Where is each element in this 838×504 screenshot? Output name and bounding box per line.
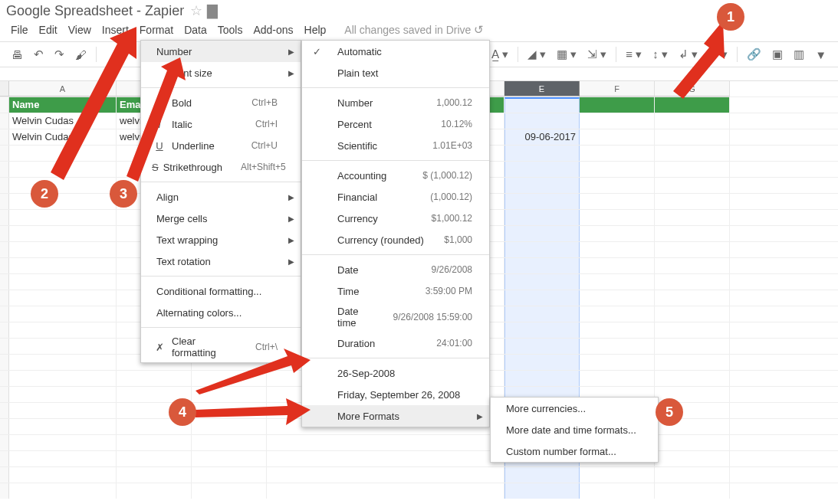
cell[interactable] [9,258,117,273]
number-scientific[interactable]: Scientific 1.01E+03 [302,135,489,156]
cell[interactable] [504,483,580,499]
cell[interactable] [9,306,117,322]
cell[interactable] [655,178,730,193]
cell[interactable] [504,339,580,354]
cell[interactable] [655,483,730,499]
number-more-formats[interactable]: More Formats ▶ [302,405,489,427]
cell[interactable] [192,435,267,450]
row-header[interactable] [0,178,9,193]
undo-icon[interactable]: ↶ [34,47,44,61]
cell[interactable] [580,274,655,290]
merge-icon[interactable]: ⇲ ▾ [587,47,606,61]
number-custom2[interactable]: Friday, September 26, 2008 [302,384,489,405]
cell[interactable] [655,113,730,129]
cell[interactable] [267,451,504,466]
cell[interactable] [655,306,730,322]
cell[interactable] [580,258,655,273]
cell[interactable] [655,467,730,483]
menu-format[interactable]: Format [140,24,173,36]
star-icon[interactable]: ☆ [190,2,202,19]
number-plain[interactable]: Plain text [302,62,489,83]
number-custom1[interactable]: 26-Sep-2008 [302,362,489,384]
menu-tools[interactable]: Tools [218,24,243,36]
cell[interactable] [655,371,730,386]
cell[interactable] [580,483,655,499]
cell[interactable] [9,242,117,257]
format-conditional[interactable]: Conditional formatting... [141,280,301,302]
more-currencies[interactable]: More currencies... [491,398,658,419]
cell[interactable] [117,435,192,450]
cell[interactable]: 09-06-2017 [504,129,580,145]
row-header[interactable] [0,210,9,225]
cell[interactable] [9,194,117,209]
menu-addons[interactable]: Add-ons [253,24,293,36]
cell[interactable] [9,451,117,466]
cell[interactable] [580,129,655,145]
number-time[interactable]: Time 3:59:00 PM [302,280,489,302]
cell[interactable] [580,306,655,322]
cell[interactable] [655,226,730,241]
row-header[interactable] [0,226,9,241]
cell[interactable] [504,322,580,338]
cell[interactable] [9,226,117,241]
cell[interactable] [655,146,730,161]
row-header[interactable] [0,129,9,145]
comment-icon[interactable]: ▣ [772,47,783,61]
format-wrap[interactable]: Text wrapping ▶ [141,229,301,250]
cell[interactable] [9,274,117,290]
row-header[interactable] [0,146,9,161]
cell[interactable] [655,451,730,466]
number-financial[interactable]: Financial (1,000.12) [302,186,489,208]
cell[interactable] [504,226,580,241]
cell[interactable] [504,242,580,257]
more-date-time[interactable]: More date and time formats... [491,419,658,440]
select-all-corner[interactable] [0,81,9,97]
cell[interactable] [580,113,655,129]
number-accounting[interactable]: Accounting $ (1,000.12) [302,165,489,186]
number-currency-rounded[interactable]: Currency (rounded) $1,000 [302,229,489,250]
cell[interactable] [504,355,580,370]
row-header[interactable] [0,451,9,466]
menu-help[interactable]: Help [304,24,327,36]
fill-color-icon[interactable]: ◢ ▾ [527,47,546,61]
cell[interactable] [655,162,730,177]
filter-icon[interactable]: ▼ [815,48,826,61]
cell[interactable] [267,467,504,483]
cell[interactable] [655,355,730,370]
cell[interactable] [655,194,730,209]
cell[interactable] [580,467,655,483]
cell[interactable] [9,403,117,418]
cell[interactable] [9,371,117,386]
header-cell[interactable] [580,97,655,113]
format-alternating[interactable]: Alternating colors... [141,302,301,323]
cell[interactable] [655,290,730,306]
number-duration[interactable]: Duration 24:01:00 [302,332,489,354]
folder-icon[interactable]: ▇ [207,2,218,19]
chart-icon[interactable]: ▥ [794,47,804,61]
row-header[interactable] [0,113,9,129]
cell[interactable] [580,210,655,225]
cell[interactable] [580,226,655,241]
row-header[interactable] [0,435,9,450]
row-header[interactable] [0,194,9,209]
format-merge[interactable]: Merge cells ▶ [141,208,301,229]
row-header[interactable] [0,290,9,306]
col-header-e[interactable]: E [504,81,580,97]
cell[interactable] [9,467,117,483]
row-header[interactable] [0,162,9,177]
cell[interactable] [9,387,117,402]
cell[interactable] [504,306,580,322]
menu-file[interactable]: File [11,24,28,36]
cell[interactable] [9,322,117,338]
row-header[interactable] [0,387,9,402]
cell[interactable] [655,435,730,450]
number-number[interactable]: Number 1,000.12 [302,92,489,113]
cell[interactable] [504,258,580,273]
text-color-icon[interactable]: A̲ ▾ [491,47,508,61]
cell[interactable] [504,194,580,209]
halign-icon[interactable]: ≡ ▾ [626,47,642,61]
menu-data[interactable]: Data [184,24,207,36]
doc-title[interactable]: Google Spreadsheet - Zapier [6,3,184,19]
borders-icon[interactable]: ▦ ▾ [557,47,577,61]
cell[interactable] [192,483,267,499]
